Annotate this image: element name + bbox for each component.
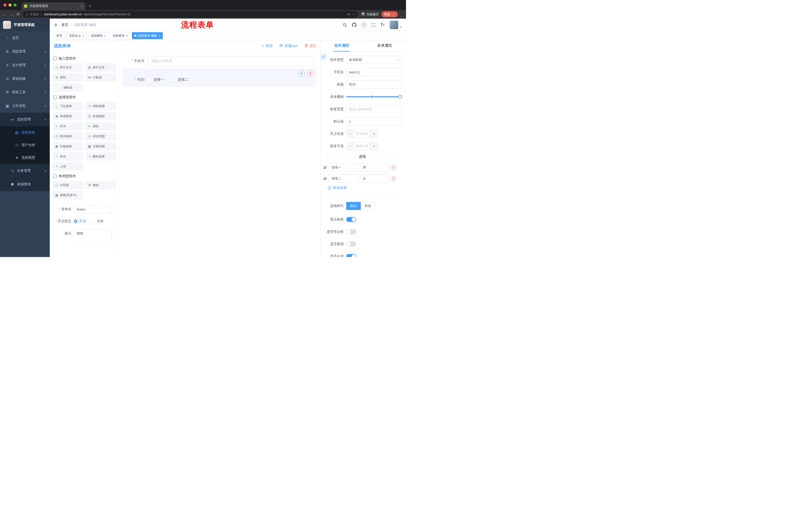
fullscreen-icon[interactable] <box>371 23 375 27</box>
link-icon[interactable] <box>321 53 327 60</box>
new-tab-button[interactable]: + <box>88 3 91 9</box>
back-button[interactable]: ← <box>3 12 7 17</box>
palette-item-editor[interactable]: 编辑器 <box>53 83 83 91</box>
required-switch[interactable] <box>346 254 356 257</box>
option-2-label-input[interactable] <box>329 174 358 183</box>
key-icon[interactable] <box>347 12 351 16</box>
url-bar[interactable]: ⚠ 不安全 dashboard.yudao.iocoder.cn /bpm/ma… <box>23 11 358 18</box>
minus-button[interactable]: − <box>346 130 354 138</box>
form-name-input[interactable] <box>74 205 112 213</box>
minimize-window-button[interactable] <box>8 3 11 6</box>
sidebar-item-home[interactable]: ◔ 首页 <box>0 31 50 45</box>
close-window-button[interactable] <box>3 3 6 6</box>
search-icon[interactable] <box>343 23 347 27</box>
component-type-select[interactable]: 多选框组 ∨ <box>346 56 402 64</box>
remove-option-button[interactable] <box>392 165 396 170</box>
palette-item-cascader[interactable]: ⌥ 级联选择 <box>86 102 116 110</box>
max-select-value[interactable]: 最多可选 <box>354 142 370 150</box>
max-select-stepper[interactable]: − 最多可选 + <box>346 142 378 150</box>
close-icon[interactable]: × <box>158 34 160 37</box>
minus-button[interactable]: − <box>346 142 354 150</box>
checkbox-option-1[interactable]: 选项一 <box>147 77 164 82</box>
reload-button[interactable]: ⟳ <box>17 12 20 17</box>
palette-item-upload[interactable]: ⇧ 上传 <box>53 162 83 170</box>
browser-menu-icon[interactable]: ⋮ <box>392 12 395 16</box>
breadcrumb-home[interactable]: 首页 <box>61 23 68 27</box>
palette-item-checkbox-group[interactable]: ☑ 多选框组 <box>86 112 116 120</box>
checkbox-icon[interactable] <box>147 78 151 82</box>
tab-process-definition[interactable]: 流程定义 × <box>66 32 87 39</box>
font-size-icon[interactable]: TT <box>380 23 385 27</box>
close-icon[interactable]: × <box>82 34 84 37</box>
drag-handle-icon[interactable] <box>323 166 327 169</box>
tab-close-icon[interactable]: × <box>81 4 83 8</box>
palette-item-row-container[interactable]: ▢ 行容器 <box>53 181 83 189</box>
option-1-label-input[interactable] <box>329 163 358 171</box>
tab-process-model[interactable]: 流程模型 × <box>88 32 109 39</box>
form-remark-textarea[interactable]: 嘿嘿 <box>74 229 112 243</box>
sidebar-item-process-model[interactable]: ➤ 流程模型 <box>0 152 50 164</box>
props-tab-form[interactable]: 表单属性 <box>363 40 406 52</box>
tab-home[interactable]: 首页 <box>54 32 65 39</box>
forward-button[interactable]: → <box>10 12 13 17</box>
plus-button[interactable]: + <box>370 130 378 138</box>
palette-item-password[interactable]: ⊛ 密码 <box>53 74 83 81</box>
sidebar-item-user-group[interactable]: ⚇ 用户分组 <box>0 139 50 152</box>
label-width-input[interactable] <box>346 105 402 113</box>
remove-option-button[interactable] <box>392 177 396 181</box>
border-switch[interactable] <box>346 229 356 234</box>
slider-track[interactable] <box>346 96 402 97</box>
github-icon[interactable] <box>352 23 356 27</box>
close-icon[interactable]: × <box>126 34 128 37</box>
default-value-input[interactable] <box>346 117 402 126</box>
clear-button[interactable]: 清空 <box>304 44 316 48</box>
tab-process-form-edit[interactable]: 流程表单-编辑 × <box>132 32 163 39</box>
palette-item-switch[interactable]: ◐ 开关 <box>53 122 83 130</box>
plus-button[interactable]: + <box>370 142 378 150</box>
form-item-gender-selected[interactable]: 性别 选项一 选项二 <box>122 69 316 87</box>
checkbox-icon[interactable] <box>172 78 176 82</box>
slider-handle[interactable] <box>398 95 402 99</box>
palette-item-select[interactable]: ⌄ 下拉选择 <box>53 102 83 110</box>
style-button-button[interactable]: 按钮 <box>361 202 375 210</box>
palette-item-single-line-text[interactable]: ▭ 单行文本 <box>53 63 83 72</box>
show-label-switch[interactable] <box>346 217 356 222</box>
chevron-down-icon[interactable]: ⌄ <box>401 15 403 18</box>
sidebar-item-dev-tools[interactable]: ⚒ 研发工具 ∨ <box>0 85 50 99</box>
sidebar-item-task-management[interactable]: ⌥ 任务管理 ∨ <box>0 164 50 178</box>
checkbox-option-2[interactable]: 选项二 <box>172 77 188 82</box>
hamburger-icon[interactable]: ≡ <box>54 22 57 28</box>
sidebar-item-process-form[interactable]: ▤ 流程表单 <box>0 126 50 139</box>
update-button[interactable]: 更新 ⋮ <box>382 11 398 17</box>
sidebar-item-system-management[interactable]: ⚙ 系统管理 ∨ <box>0 45 50 58</box>
title-input[interactable] <box>346 80 402 88</box>
copy-component-button[interactable] <box>298 71 305 77</box>
bookmark-star-icon[interactable]: ☆ <box>352 12 355 16</box>
browser-tab[interactable]: 芋道管理系统 × <box>22 2 85 10</box>
help-icon[interactable]: ? <box>361 23 366 27</box>
option-2-value-input[interactable] <box>360 174 390 183</box>
add-option-button[interactable]: 添加选项 <box>328 186 402 190</box>
close-icon[interactable]: × <box>104 34 106 37</box>
props-tab-component[interactable]: 组件属性 <box>321 40 363 52</box>
style-default-button[interactable]: 默认 <box>346 202 361 210</box>
sidebar-item-process-management[interactable]: ≔ 流程管理 ∧ <box>0 113 50 126</box>
palette-item-time-picker[interactable]: ◷ 时间选择 <box>53 132 83 140</box>
palette-item-slider[interactable]: ⊷ 滑块 <box>86 122 116 130</box>
disabled-switch[interactable] <box>346 242 356 247</box>
phone-input[interactable] <box>147 56 314 66</box>
tab-process-form[interactable]: 流程表单 × <box>110 32 130 39</box>
palette-item-time-range[interactable]: ◴ 时间范围 <box>86 132 116 140</box>
delete-component-button[interactable] <box>307 71 313 77</box>
sidebar-item-payment-management[interactable]: ¥ 支付管理 ∨ <box>0 58 50 72</box>
sidebar-item-workflow[interactable]: ▦ 工作流程 ∧ <box>0 99 50 113</box>
palette-item-rate[interactable]: ☆ 评分 <box>53 153 83 160</box>
status-off-radio[interactable]: 关闭 <box>91 219 104 223</box>
option-1-value-input[interactable] <box>360 163 390 171</box>
palette-item-multiline-text[interactable]: ▤ 多行文本 <box>86 63 116 72</box>
palette-item-button[interactable]: ⊞ 按钮 <box>86 181 116 189</box>
palette-item-counter[interactable]: 123 计数器 <box>86 74 116 81</box>
min-select-value[interactable]: 至少应选 <box>354 130 370 138</box>
sidebar-logo[interactable]: 芋道管理系统 <box>0 19 50 31</box>
palette-item-color-picker[interactable]: ◑ 颜色选择 <box>86 153 116 160</box>
